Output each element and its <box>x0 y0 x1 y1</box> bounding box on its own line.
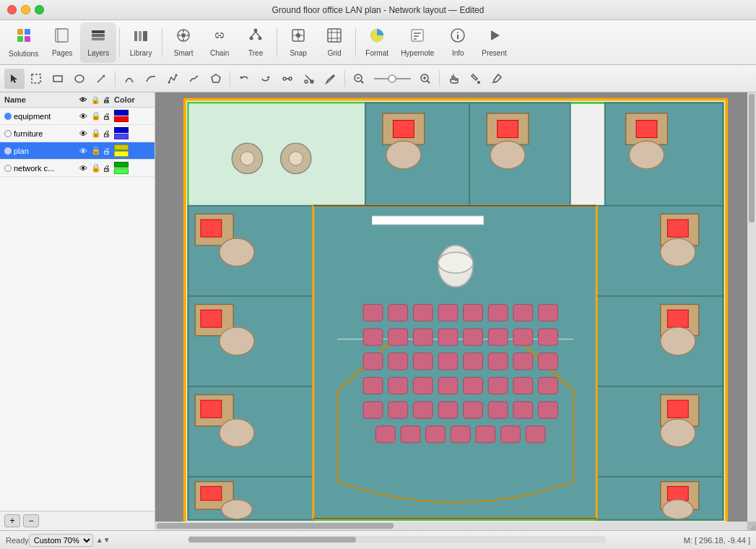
layer-row-equipment[interactable]: equipment 👁 🔒 🖨 <box>0 108 155 125</box>
scroll-corner <box>747 522 756 530</box>
layer-vis-equipment[interactable]: 👁 <box>79 112 91 121</box>
layer-name-equipment: equipment <box>14 112 51 121</box>
layer-vis-network[interactable]: 👁 <box>79 164 91 173</box>
svg-rect-162 <box>464 377 483 394</box>
redo-tool[interactable] <box>256 69 276 89</box>
eyedrop-tool[interactable] <box>487 69 507 89</box>
svg-rect-168 <box>413 402 433 418</box>
svg-point-54 <box>283 77 286 80</box>
svg-rect-166 <box>363 402 383 418</box>
zoom-select[interactable]: Custom 70% 50% 75% 100% <box>29 534 93 547</box>
layer-vis-furniture[interactable]: 👁 <box>79 129 91 138</box>
canvas-container[interactable]: Cat5e <box>155 92 756 530</box>
rect-tool[interactable] <box>48 69 68 89</box>
toolbar-chain[interactable]: Chain <box>201 22 238 63</box>
toolbar-sep-1 <box>119 28 120 57</box>
undo-tool[interactable] <box>234 69 254 89</box>
svg-rect-158 <box>363 377 383 394</box>
svg-rect-178 <box>476 426 495 443</box>
arc-tool[interactable] <box>141 69 161 89</box>
toolbar-layers[interactable]: Layers <box>80 22 116 63</box>
zoom-in-btn[interactable] <box>415 69 435 89</box>
pages-label: Pages <box>52 49 72 57</box>
toolbar-present[interactable]: Present <box>476 22 512 63</box>
zoom-control[interactable]: Custom 70% 50% 75% 100% ▲▼ <box>29 534 110 547</box>
svg-point-116 <box>661 327 695 355</box>
fill-tool[interactable] <box>465 69 485 89</box>
layer-lock-furniture[interactable]: 🔒 <box>91 129 103 138</box>
edit-tool[interactable] <box>321 69 341 89</box>
zoom-slider[interactable] <box>370 69 414 89</box>
ellipse-tool[interactable] <box>69 69 90 89</box>
line-tool[interactable] <box>91 69 111 89</box>
svg-line-23 <box>256 32 260 37</box>
pen-tool[interactable] <box>162 69 183 89</box>
smart-label: Smart <box>174 49 194 57</box>
polygon-tool[interactable] <box>206 69 226 89</box>
h-scroll-thumb[interactable] <box>157 523 394 529</box>
maximize-button[interactable] <box>35 5 44 14</box>
svg-rect-145 <box>438 329 458 345</box>
layer-row-network[interactable]: network c... 👁 🔒 🖨 <box>0 160 155 177</box>
minimize-button[interactable] <box>21 5 30 14</box>
layer-vis-plan[interactable]: 👁 <box>79 147 91 155</box>
freehand-tool[interactable] <box>184 69 204 89</box>
svg-rect-76 <box>188 103 365 207</box>
layers-label: Layers <box>87 49 109 57</box>
close-button[interactable] <box>7 5 17 14</box>
layer-row-furniture[interactable]: furniture 👁 🔒 🖨 <box>0 125 155 142</box>
svg-rect-163 <box>488 377 508 394</box>
toolbar-library[interactable]: Library <box>123 22 159 63</box>
layer-lock-network[interactable]: 🔒 <box>91 163 103 173</box>
toolbar-format[interactable]: Format <box>359 22 395 63</box>
snap-label: Snap <box>290 49 306 57</box>
svg-rect-113 <box>596 296 723 386</box>
layers-color-col: Color <box>114 95 150 104</box>
tree-label: Tree <box>248 49 263 57</box>
layer-lock-equipment[interactable]: 🔒 <box>91 111 103 121</box>
svg-rect-6 <box>92 38 105 40</box>
svg-point-92 <box>629 141 664 168</box>
zoom-stepper[interactable]: ▲▼ <box>96 536 110 544</box>
add-layer-button[interactable]: + <box>4 514 20 527</box>
svg-rect-126 <box>373 216 484 225</box>
svg-point-21 <box>258 37 262 40</box>
pages-icon <box>54 27 70 48</box>
remove-layer-button[interactable]: − <box>23 514 39 527</box>
toolbar-hypernote[interactable]: Hypernote <box>395 22 440 63</box>
svg-rect-2 <box>17 36 23 42</box>
curve-tool[interactable] <box>119 69 139 89</box>
toolbar-grid[interactable]: Grid <box>316 22 352 63</box>
cut-tool[interactable] <box>299 69 319 89</box>
toolbar-smart[interactable]: Smart <box>165 22 201 63</box>
horizontal-scrollbar[interactable] <box>155 522 747 530</box>
zoom-out-btn[interactable] <box>349 69 369 89</box>
hypernote-icon <box>409 27 425 48</box>
area-select-tool[interactable] <box>26 69 46 89</box>
svg-point-58 <box>305 80 308 83</box>
vertical-scrollbar[interactable] <box>747 92 756 522</box>
toolbar-solutions[interactable]: Solutions <box>3 22 44 63</box>
layer-print-plan[interactable]: 🖨 <box>103 147 114 155</box>
v-scroll-thumb[interactable] <box>749 94 755 222</box>
svg-line-69 <box>427 81 430 83</box>
select-tool[interactable] <box>4 69 25 89</box>
layers-print-col: 🖨 <box>103 96 114 104</box>
connect-tool[interactable] <box>277 69 297 89</box>
svg-point-65 <box>388 75 396 82</box>
layer-lock-plan[interactable]: 🔒 <box>91 146 103 155</box>
toolbar-info[interactable]: Info <box>440 22 476 63</box>
toolbar2-sep-3 <box>344 71 345 87</box>
layer-print-furniture[interactable]: 🖨 <box>103 129 114 138</box>
hand-tool[interactable] <box>443 69 464 89</box>
toolbar-tree[interactable]: Tree <box>238 22 274 63</box>
layer-row-plan[interactable]: plan 👁 🔒 🖨 <box>0 142 155 160</box>
layer-print-network[interactable]: 🖨 <box>103 164 114 173</box>
toolbar-pages[interactable]: Pages <box>44 22 80 63</box>
toolbar-snap[interactable]: Snap <box>280 22 316 63</box>
svg-rect-111 <box>667 220 688 237</box>
svg-rect-115 <box>667 310 688 327</box>
svg-rect-155 <box>488 353 508 370</box>
layer-print-equipment[interactable]: 🖨 <box>103 112 114 121</box>
svg-rect-143 <box>388 329 408 345</box>
